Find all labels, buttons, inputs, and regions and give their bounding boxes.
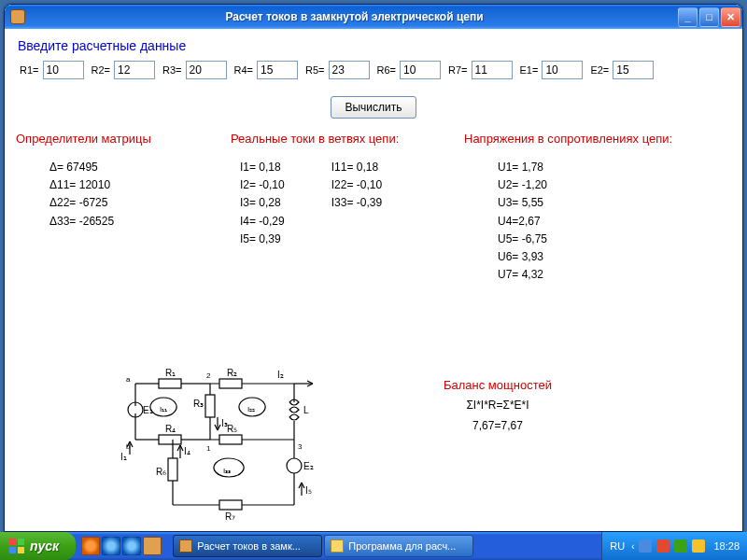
svg-rect-8 (219, 500, 242, 510)
svg-rect-6 (168, 458, 177, 481)
window-buttons: _ □ ✕ (678, 7, 740, 27)
app-shortcut-icon[interactable] (143, 537, 162, 555)
diag-r2: R₂ (227, 368, 237, 378)
i4: I4= -0,29 (240, 213, 285, 231)
power-heading: Баланс мощностей (444, 374, 552, 396)
task-folder-label: Программа для расч... (348, 540, 456, 552)
firefox-icon[interactable] (81, 537, 100, 555)
diag-r7: R₇ (225, 511, 235, 522)
i3: I3= 0,28 (240, 194, 285, 212)
r2-label: R2= (92, 64, 111, 76)
quick-launch (81, 537, 162, 555)
diag-e1: E₁ (143, 405, 153, 415)
diag-n2: 2 (206, 371, 211, 380)
task-buttons: Расчет токов в замк... Программа для рас… (173, 535, 473, 557)
i11: I11= 0,18 (331, 159, 382, 176)
det-d: Δ= 67495 (49, 159, 212, 176)
diag-i33: I₃₃ (223, 467, 231, 475)
tray-icon-2[interactable] (656, 539, 669, 553)
start-label: пуск (30, 539, 59, 553)
diag-i3: I₃ (221, 418, 228, 428)
det-d11: Δ11= 12010 (49, 176, 212, 194)
r3-label: R3= (162, 64, 182, 76)
client-area: Введите расчетные данные R1= R2= R3= R4=… (5, 29, 742, 531)
tray-icon-1[interactable] (639, 539, 652, 553)
i33: I33= -0,39 (331, 194, 382, 212)
r1-label: R1= (20, 64, 39, 76)
results-area: Определители матрицы Δ= 67495 Δ11= 12010… (16, 132, 731, 284)
i22: I22= -0,10 (331, 176, 382, 194)
e1-input[interactable] (542, 61, 583, 79)
svg-point-7 (287, 458, 302, 473)
svg-rect-0 (159, 379, 181, 388)
diag-a: a (126, 375, 131, 384)
e1-label: E1= (520, 64, 539, 76)
diag-r3: R₃ (193, 399, 204, 409)
diag-r6: R₆ (156, 467, 166, 477)
e2-input[interactable] (613, 61, 654, 79)
voltages-heading: Напряжения в сопротивлениях цепи: (464, 132, 672, 146)
task-button-folder[interactable]: Программа для расч... (324, 535, 473, 557)
windows-logo-icon (9, 539, 24, 553)
det-d33: Δ33= -26525 (49, 213, 212, 231)
r1-input[interactable] (43, 61, 84, 79)
folder-icon (331, 539, 344, 553)
diag-i5: I₅ (305, 485, 312, 496)
u3: U3= 5,55 (498, 194, 672, 212)
determinants-heading: Определители матрицы (16, 132, 212, 146)
app-window: Расчет токов в замкнутой электрической ц… (4, 4, 743, 532)
diag-r4: R₄ (165, 424, 176, 434)
currents-col-a: I1= 0,18 I2= -0,10 I3= 0,28 I4= -0,29 I5… (240, 159, 285, 248)
r6-input[interactable] (400, 61, 441, 79)
start-button[interactable]: пуск (0, 532, 76, 560)
r7-label: R7= (448, 64, 468, 76)
i1: I1= 0,18 (240, 159, 285, 176)
r3-input[interactable] (186, 61, 227, 79)
power-formula: ΣI*I*R=Σ*E*I (444, 396, 552, 416)
r5-label: R5= (305, 64, 325, 76)
i2: I2= -0,10 (240, 176, 285, 194)
clock[interactable]: 18:28 (713, 540, 740, 552)
r4-input[interactable] (257, 61, 298, 79)
close-button[interactable]: ✕ (721, 7, 740, 27)
circuit-diagram: R₁ R₂ R₃ R₄ R₅ R₆ R₇ E₁ E₂ L I₂ I₃ I₄ I₅… (117, 365, 341, 531)
diag-e2: E₂ (303, 461, 314, 471)
taskbar: пуск Расчет токов в замк... Программа дл… (0, 532, 747, 560)
u5: U5= -6,75 (498, 231, 672, 248)
svg-rect-4 (219, 435, 242, 444)
system-tray: RU ‹ 18:28 (601, 532, 747, 560)
u2: U2= -1,20 (498, 176, 672, 194)
titlebar: Расчет токов в замкнутой электрической ц… (5, 5, 742, 29)
currents-heading: Реальные токи в ветвях цепи: (231, 132, 445, 146)
diag-L: L (303, 405, 309, 415)
maximize-button[interactable]: □ (699, 7, 719, 27)
r5-input[interactable] (329, 61, 370, 79)
u6: U6= 3,93 (498, 248, 672, 266)
inputs-row: R1= R2= R3= R4= R5= R6= R7= E1= E2= (16, 61, 731, 79)
diag-i11: I₁₁ (160, 405, 167, 413)
tray-icon-3[interactable] (674, 539, 687, 553)
diag-i4: I₄ (184, 446, 190, 456)
i5: I5= 0,39 (240, 231, 285, 248)
task-app-label: Расчет токов в замк... (197, 540, 301, 552)
calculate-button[interactable]: Вычислить (331, 96, 416, 119)
diag-b: b (126, 442, 131, 451)
language-indicator[interactable]: RU (610, 540, 625, 552)
diag-i1: I₁ (120, 452, 127, 462)
svg-rect-3 (159, 435, 181, 444)
u1: U1= 1,78 (498, 159, 672, 176)
task-app-icon (179, 539, 192, 553)
r7-input[interactable] (472, 61, 513, 79)
diag-i22: I₂₂ (247, 405, 255, 413)
det-d22: Δ22= -6725 (49, 194, 212, 212)
diag-r5: R₅ (227, 424, 237, 434)
minimize-button[interactable]: _ (678, 7, 698, 27)
window-title: Расчет токов в замкнутой электрической ц… (31, 10, 678, 23)
tray-chevron-icon[interactable]: ‹ (631, 541, 634, 552)
ie-icon[interactable] (102, 537, 120, 555)
task-button-app[interactable]: Расчет токов в замк... (173, 535, 322, 557)
ie-icon-2[interactable] (122, 537, 141, 555)
tray-icon-4[interactable] (692, 539, 705, 553)
diag-n3: 3 (298, 442, 303, 451)
r2-input[interactable] (114, 61, 155, 79)
